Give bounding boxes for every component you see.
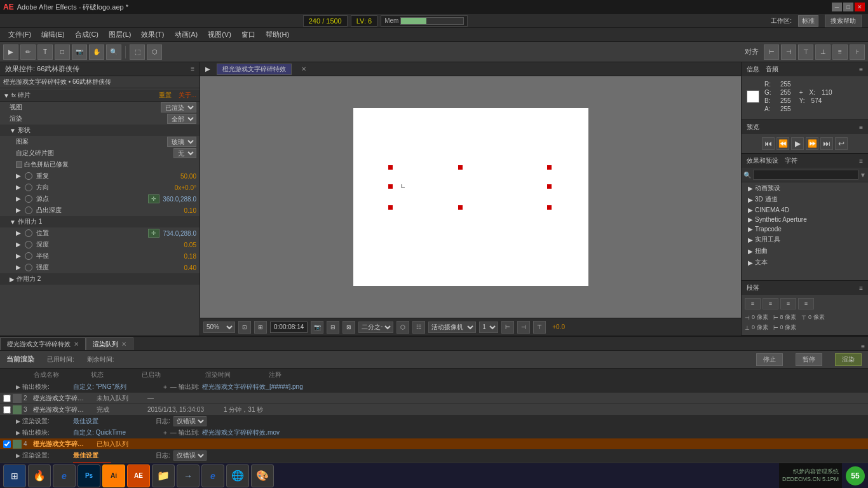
force1-section[interactable]: ▼ 作用力 1 xyxy=(0,216,200,227)
taskbar-firefox[interactable]: 🔥 xyxy=(28,464,51,487)
effect-reset[interactable]: 重置 xyxy=(159,91,172,100)
align-center-btn[interactable]: ≡ xyxy=(763,298,778,309)
align-left[interactable]: ⊢ xyxy=(764,44,779,60)
render-queue-item-4[interactable]: 4 橙光游戏文字碎… 已加入队列 xyxy=(0,438,868,450)
tab-composition[interactable]: 橙光游戏文字碎碎特效 ✕ xyxy=(0,337,86,350)
taskbar-paint[interactable]: 🎨 xyxy=(251,464,274,487)
comp-settings1[interactable]: ⊢ xyxy=(501,321,514,334)
search-help[interactable]: 搜索帮助 xyxy=(825,15,862,27)
output-path-png[interactable]: 橙光游戏文字碎碎特效_[#####].png xyxy=(202,383,302,391)
mask-toggle[interactable]: ⊠ xyxy=(342,321,355,334)
pause-button[interactable]: 暂停 xyxy=(796,353,822,366)
render-queue-item-2[interactable]: 2 橙光游戏文字碎… 未加入队列 — xyxy=(0,393,868,404)
toolbar-camera[interactable]: 📷 xyxy=(72,44,87,60)
repeat-value[interactable]: 50.00 xyxy=(180,173,196,180)
preview-menu[interactable]: ≡ xyxy=(859,124,863,131)
rq-checkbox-2[interactable] xyxy=(3,395,11,402)
grid-toggle[interactable]: ⊟ xyxy=(327,321,339,334)
align-right-btn[interactable]: ≡ xyxy=(780,298,796,309)
close-button[interactable]: ✕ xyxy=(855,3,865,11)
play-button[interactable]: ▶ xyxy=(791,137,804,150)
safe-zones[interactable]: ⊞ xyxy=(254,321,267,334)
output-path-mov[interactable]: 橙光游戏文字碎碎特效.mov xyxy=(202,428,280,437)
shape-section[interactable]: ▼ 形状 xyxy=(0,125,200,136)
camera-icon-btn[interactable]: 📷 xyxy=(311,321,323,334)
render-output-quicktime[interactable]: ▶ 输出模块: 自定义: QuickTime ＋ — 输出到: 橙光游戏文字碎碎… xyxy=(0,427,868,438)
taskbar-arrow[interactable]: → xyxy=(177,464,200,487)
render-setting-3[interactable]: ▶ 渲染设置: 最佳设置 日志: 仅错误 xyxy=(0,416,868,427)
transparency[interactable]: ☷ xyxy=(412,321,425,334)
pattern-dropdown[interactable]: 玻璃 xyxy=(167,137,196,147)
taskbar-ie[interactable]: e xyxy=(53,464,76,487)
ep-item-utility[interactable]: ▶ 实用工具 xyxy=(742,234,868,245)
info-menu[interactable]: ≡ xyxy=(859,66,863,73)
menu-view[interactable]: 视图(V) xyxy=(203,29,236,41)
comp-settings3[interactable]: ⊤ xyxy=(533,321,546,334)
render-setting-4[interactable]: ▶ 渲染设置: 最佳设置 日志: 仅错误 xyxy=(0,450,868,461)
effect-about[interactable]: 关于... xyxy=(179,91,196,100)
ep-item-distort[interactable]: ▶ 扭曲 xyxy=(742,245,868,257)
taskbar-ie2[interactable]: e xyxy=(201,464,224,487)
depth2-value[interactable]: 0.05 xyxy=(184,241,196,248)
skip-back[interactable]: ⏮ xyxy=(762,137,775,150)
strength-value[interactable]: 0.40 xyxy=(184,264,196,271)
comp-tab-close[interactable]: ✕ xyxy=(301,65,306,72)
ep-menu[interactable]: ≡ xyxy=(859,158,863,165)
render-queue-item-output-png[interactable]: ▶ 输出模块: 自定义: "PNG"系列 ＋ — 输出到: 橙光游戏文字碎碎特效… xyxy=(0,381,868,393)
menu-animation[interactable]: 动画(A) xyxy=(170,29,203,41)
time-display[interactable]: 0:00:08:14 xyxy=(270,322,308,333)
position-crosshair[interactable]: ✛ xyxy=(148,229,159,238)
menu-effect[interactable]: 效果(T) xyxy=(136,29,169,41)
comp-tab[interactable]: 橙光游戏文字碎碎特效 xyxy=(217,64,292,75)
align-right[interactable]: ⊤ xyxy=(798,44,813,60)
toolbar-zoom[interactable]: 🔍 xyxy=(106,44,121,60)
taskbar-browser[interactable]: 🌐 xyxy=(226,464,249,487)
taskbar-illustrator[interactable]: Ai xyxy=(102,464,125,487)
view-select[interactable]: 1 xyxy=(479,322,498,333)
color-swatch[interactable] xyxy=(747,90,759,103)
taskbar-aftereffects[interactable]: AE xyxy=(127,464,150,487)
ep-item-animation[interactable]: ▶ 动画预设 xyxy=(742,182,868,194)
log-dropdown-3[interactable]: 仅错误 xyxy=(173,416,207,426)
camera-select[interactable]: 活动摄像机 xyxy=(428,322,476,333)
step-forward[interactable]: ⏩ xyxy=(806,137,818,150)
ep-item-trapcode[interactable]: ▶ Trapcode xyxy=(742,224,868,234)
quality-select[interactable]: 二分之一 xyxy=(358,322,393,333)
toolbar-hand[interactable]: ✋ xyxy=(89,44,104,60)
toolbar-text[interactable]: T xyxy=(37,44,53,60)
fast-preview[interactable]: ⬡ xyxy=(397,321,409,334)
rq-checkbox-3[interactable] xyxy=(3,406,11,414)
effect-section-header[interactable]: ▼ fx 碎片 重置 关于... xyxy=(0,90,200,102)
effects-panel-menu[interactable]: ≡ xyxy=(191,65,194,72)
align-top[interactable]: ⊥ xyxy=(815,44,831,60)
window-controls[interactable]: ─ □ ✕ xyxy=(832,3,865,11)
ep-item-cinema4d[interactable]: ▶ CINEMA 4D xyxy=(742,205,868,215)
view-dropdown[interactable]: 已渲染 xyxy=(161,102,196,112)
log-dropdown-4[interactable]: 仅错误 xyxy=(173,451,207,461)
menu-help[interactable]: 帮助(H) xyxy=(261,29,294,41)
comp-settings2[interactable]: ⊣ xyxy=(517,321,530,334)
origin-value[interactable]: 360.0,288.0 xyxy=(163,196,196,203)
render-queue-item-3[interactable]: 3 橙光游戏文字碎… 完成 2015/1/13, 15:34:03 1 分钟，3… xyxy=(0,404,868,416)
menu-layer[interactable]: 图层(L) xyxy=(104,29,136,41)
align-center[interactable]: ⊣ xyxy=(781,44,796,60)
align-left-btn[interactable]: ≡ xyxy=(745,298,761,309)
taskbar-photoshop[interactable]: Ps xyxy=(78,464,100,487)
position-value[interactable]: 734.0,288.0 xyxy=(163,230,196,237)
menu-window[interactable]: 窗口 xyxy=(236,29,261,41)
skip-forward[interactable]: ⏭ xyxy=(820,137,833,150)
work-area-value[interactable]: 标准 xyxy=(798,15,818,27)
rq-checkbox-4[interactable] xyxy=(3,440,11,448)
toolbar-pen[interactable]: ✏ xyxy=(20,44,36,60)
toolbar-btn1[interactable]: ⬚ xyxy=(130,44,145,60)
preview-canvas[interactable] xyxy=(200,76,741,318)
taskbar-explorer[interactable]: 📁 xyxy=(152,464,175,487)
minimize-button[interactable]: ─ xyxy=(832,3,842,11)
ep-item-3d[interactable]: ▶ 3D 通道 xyxy=(742,194,868,205)
tab-rq-close[interactable]: ✕ xyxy=(121,341,126,348)
force2-section[interactable]: ▶ 作用力 2 xyxy=(0,273,200,285)
toolbar-shape[interactable]: □ xyxy=(55,44,70,60)
custom-shatter-dropdown[interactable]: 无 xyxy=(173,148,196,158)
white-repeat-checkbox[interactable] xyxy=(16,161,22,168)
render-dropdown[interactable]: 全部 xyxy=(167,114,196,124)
